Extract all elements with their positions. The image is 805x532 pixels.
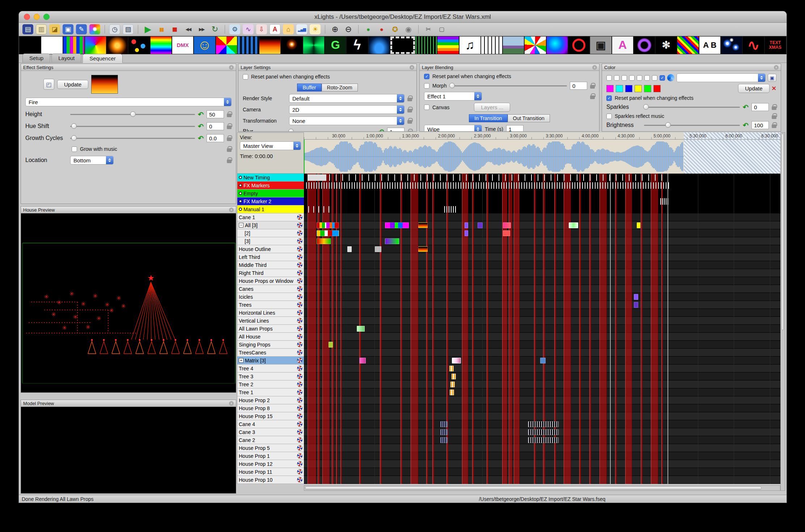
track-row-vertical-lines[interactable]: Vertical Lines <box>237 317 304 325</box>
stop-model-icon[interactable]: ● <box>376 24 387 34</box>
grid-row-house-prop-2[interactable] <box>304 396 780 404</box>
render-all-icon[interactable]: ✹ <box>89 24 100 34</box>
lock-icon[interactable] <box>590 85 595 89</box>
dismiss-palette-icon[interactable]: ✕ <box>772 85 776 92</box>
effect-fan-thumbnail[interactable] <box>216 37 237 54</box>
value-curves-icon[interactable]: ∿ <box>243 24 254 34</box>
save-icon[interactable]: ▣ <box>63 24 73 34</box>
close-icon[interactable]: x <box>410 65 414 70</box>
audio-levels-icon[interactable]: ▂▄▆ <box>296 24 307 34</box>
palette-icon[interactable] <box>667 74 674 81</box>
effect-block[interactable] <box>359 358 366 363</box>
rewind-icon[interactable]: ◀◀ <box>183 24 194 34</box>
effect-color-wash-thumbnail[interactable] <box>151 37 171 54</box>
render-pinwheel-icon[interactable] <box>297 342 302 347</box>
lock-icon[interactable] <box>590 95 595 99</box>
combo-arrows-icon[interactable] <box>397 94 404 102</box>
effect-block[interactable] <box>528 437 559 443</box>
render-pinwheel-icon[interactable] <box>297 270 302 276</box>
sparkles-slider-thumb[interactable] <box>643 104 649 110</box>
effect-block[interactable] <box>357 326 365 332</box>
render-pinwheel-icon[interactable] <box>297 461 302 467</box>
track-row-tree-3[interactable]: Tree 3 <box>237 373 304 380</box>
lock-icon[interactable] <box>772 124 776 128</box>
lock-icon[interactable] <box>227 114 232 117</box>
combo-arrows-icon[interactable] <box>474 92 482 100</box>
effect-block[interactable] <box>569 222 578 228</box>
effect-wave-thumbnail[interactable]: ∿ <box>743 37 764 54</box>
sparkles-slider[interactable] <box>644 104 740 110</box>
color-swatch-1[interactable] <box>606 85 614 92</box>
save-palette-icon[interactable]: ▣ <box>768 74 776 82</box>
track-row-house-prop-5[interactable]: House Prop 5 <box>237 444 304 452</box>
expand-icon[interactable]: + <box>239 358 243 363</box>
effect-block[interactable] <box>440 421 448 427</box>
effect-assist-button[interactable]: ◰ <box>43 79 54 90</box>
effect-shader-thumbnail[interactable]: A <box>612 37 633 54</box>
grid-row-empty[interactable] <box>304 190 780 197</box>
render-pinwheel-icon[interactable] <box>297 222 302 228</box>
save-as-icon[interactable]: ✎ <box>76 24 87 34</box>
track-row-house-outline[interactable]: House Outline <box>237 245 304 253</box>
effect-bars-thumbnail[interactable] <box>63 37 84 54</box>
palette-slot-5-checkbox[interactable] <box>637 75 642 81</box>
effect-butterfly-thumbnail[interactable] <box>85 37 106 54</box>
render-pinwheel-icon[interactable] <box>297 262 302 268</box>
render-pinwheel-icon[interactable] <box>297 437 302 443</box>
new-sequence-icon[interactable]: ▤ <box>22 24 33 34</box>
morph-value-field[interactable]: 0 <box>570 82 587 90</box>
open-folder-icon[interactable]: ◪ <box>49 24 60 34</box>
import-effects-icon[interactable]: ⇩ <box>256 24 267 34</box>
track-row-house-prop-11[interactable]: House Prop 11 <box>237 468 304 476</box>
grid-row-tree-3[interactable] <box>304 373 780 380</box>
combo-arrows-icon[interactable] <box>758 74 765 82</box>
lamp-icon[interactable]: ◉ <box>403 24 414 34</box>
effect-candle-thumbnail[interactable] <box>107 37 128 54</box>
effect-block[interactable] <box>440 429 448 435</box>
ls-reset-checkbox[interactable] <box>243 74 248 80</box>
grid-row-treescanes[interactable] <box>304 349 780 357</box>
value-curve-icon[interactable]: ↶ <box>198 135 204 142</box>
effect-fireworks-thumbnail[interactable] <box>281 37 302 54</box>
render-pinwheel-icon[interactable] <box>297 382 302 387</box>
lock-icon[interactable] <box>227 125 232 129</box>
effect-lightning-thumbnail[interactable]: ϟ <box>347 37 368 54</box>
effect-marquee-thumbnail[interactable] <box>390 37 415 54</box>
transition-time-field[interactable]: 1 <box>506 125 524 132</box>
transition-type-combo[interactable]: Wipe <box>424 125 482 132</box>
fast-forward-icon[interactable]: ▶▶ <box>196 24 207 34</box>
value-curve-icon[interactable]: ↶ <box>198 111 204 118</box>
stop-icon[interactable]: ■ <box>169 24 180 34</box>
vertical-scrollbar[interactable] <box>780 132 785 491</box>
hue-shift-value-field[interactable]: 0 <box>207 122 224 130</box>
render-pinwheel-icon[interactable] <box>297 318 302 323</box>
minimize-window-button[interactable] <box>34 14 40 20</box>
effect-block[interactable] <box>317 230 339 236</box>
render-pinwheel-icon[interactable] <box>297 294 302 299</box>
brightness-value-field[interactable]: 100 <box>751 121 769 129</box>
effect-circles-thumbnail[interactable] <box>128 37 149 54</box>
effect-liquid-thumbnail[interactable] <box>369 37 390 54</box>
effect-block[interactable] <box>347 246 352 252</box>
track-row-trees[interactable]: Trees <box>237 301 304 309</box>
palette-slot-2-checkbox[interactable] <box>614 75 619 81</box>
track-row-house-props-or-window[interactable]: House Props or Window <box>237 277 304 285</box>
height-value-field[interactable]: 50 <box>207 110 224 118</box>
effect-block[interactable] <box>450 390 454 395</box>
effect-block[interactable] <box>540 358 546 363</box>
web-interface-icon[interactable]: ⚙ <box>229 24 240 34</box>
render-pinwheel-icon[interactable] <box>297 310 302 315</box>
effect-block[interactable] <box>528 421 559 427</box>
grid-row-house-prop-8[interactable] <box>304 404 780 412</box>
growth-cycles-slider-thumb[interactable] <box>71 135 77 141</box>
track-row-fx-markers[interactable]: FX Markers <box>237 182 304 190</box>
palette-slot-7-checkbox[interactable] <box>652 75 657 81</box>
track-row-cane-1[interactable]: Cane 1 <box>237 213 304 221</box>
effect-pinwheel-thumbnail[interactable] <box>525 37 546 54</box>
lock-icon[interactable] <box>407 109 412 112</box>
model-preview-canvas[interactable] <box>21 407 236 493</box>
cut-icon[interactable]: ✂ <box>423 24 434 34</box>
effect-twinkle-thumbnail[interactable] <box>721 37 742 54</box>
lock-icon[interactable] <box>772 115 776 119</box>
render-pinwheel-icon[interactable] <box>297 413 302 419</box>
